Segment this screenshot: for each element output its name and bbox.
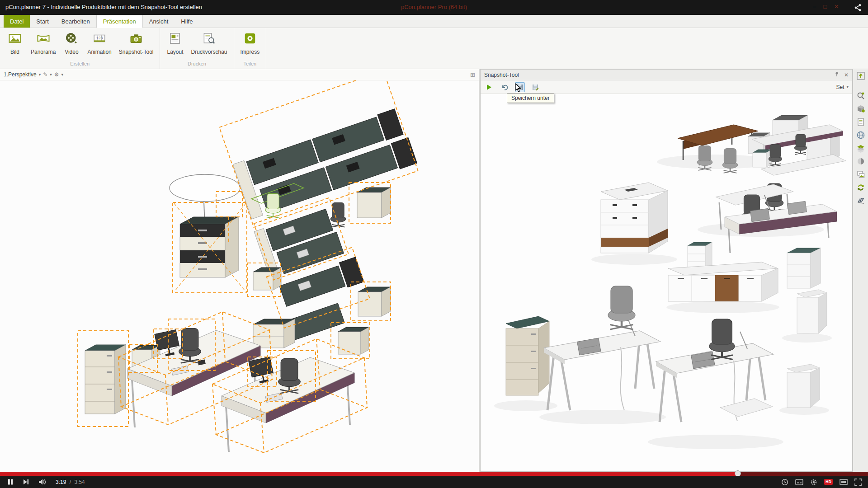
ribbon-group-label-drucken: Drucken (163, 61, 231, 69)
ribbon-button-bild[interactable]: Bild (3, 31, 27, 56)
sidebar-expand-icon[interactable] (856, 71, 865, 80)
pedestal-middle (253, 267, 281, 290)
panel-close-icon[interactable]: ✕ (844, 72, 849, 78)
time-separator: / (70, 479, 71, 485)
ribbon-button-snapshot-tool[interactable]: Snapshot-Tool (115, 31, 157, 56)
cabinet-white-bottom-right (787, 364, 820, 408)
ribbon-button-panorama[interactable]: Panorama (27, 31, 59, 56)
undo-button[interactable] (500, 82, 509, 92)
set-dropdown[interactable]: Set ▾ (836, 84, 849, 90)
sidebar-update-icon[interactable] (856, 183, 865, 192)
pedestal-right-1 (357, 188, 391, 218)
sidebar-article-icon[interactable] (856, 117, 865, 127)
pedestal-teal (688, 242, 712, 269)
ribbon-button-layout[interactable]: Layout (163, 31, 187, 56)
minimize-icon[interactable]: – (813, 3, 816, 10)
hd-badge: HD (824, 479, 833, 485)
pencil-icon[interactable]: ✎ (43, 72, 47, 77)
ribbon-button-video[interactable]: Video (59, 31, 84, 56)
right-tool-sidebar (853, 69, 868, 472)
window-title: pCon.planner Pro (64 bit) (0, 4, 868, 10)
pin-icon[interactable] (834, 71, 840, 78)
workspace: 1.Perspektive ▾ ✎ ▾ ⚙ ▾ ⊞ (0, 69, 868, 472)
sidebar-search-icon[interactable] (856, 91, 865, 100)
camera-icon (129, 32, 143, 47)
viewport-name[interactable]: 1.Perspektive (4, 71, 37, 78)
tab-bearbeiten[interactable]: Bearbeiten (55, 15, 96, 28)
ribbon-group-teilen: Impress Teilen (234, 28, 267, 69)
viewport-left[interactable]: 1.Perspektive ▾ ✎ ▾ ⚙ ▾ ⊞ (0, 69, 479, 472)
ribbon-group-erstellen: Bild Panorama Video 123 Animation Snapsh… (0, 28, 160, 69)
close-icon[interactable]: ✕ (834, 3, 839, 10)
watch-later-icon[interactable] (781, 479, 788, 486)
theater-mode-icon[interactable] (840, 479, 848, 485)
viewport-layout-icon[interactable]: ⊞ (470, 72, 475, 78)
snapshot-panel-header: Snapshot-Tool ✕ (481, 70, 852, 80)
ribbon-button-animation[interactable]: 123 Animation (84, 31, 115, 56)
pedestal-right-3 (338, 327, 369, 354)
snapshot-preview-scene[interactable] (481, 94, 852, 471)
mouse-cursor (515, 83, 523, 95)
print-preview-icon (202, 32, 216, 47)
tooltip: Speichern unter (507, 93, 554, 103)
panorama-icon (37, 32, 50, 47)
tab-praesentation[interactable]: Präsentation (96, 15, 143, 28)
video-player-bar: 3:19 / 3:54 HD (0, 476, 868, 488)
ribbon: Bild Panorama Video 123 Animation Snapsh… (0, 28, 868, 69)
svg-text:123: 123 (96, 36, 103, 40)
current-time: 3:19 (56, 479, 66, 485)
pedestal-right-2 (358, 287, 391, 316)
snapshot-panel-title: Snapshot-Tool (484, 72, 519, 78)
layout-icon (168, 32, 182, 47)
sidebar-media-icon[interactable] (856, 131, 865, 140)
video-progress-bar[interactable] (0, 472, 868, 476)
fullscreen-icon[interactable] (854, 479, 862, 486)
tab-hilfe[interactable]: Hilfe (175, 15, 199, 28)
gear-icon[interactable]: ⚙ (54, 72, 59, 77)
sidebar-gallery-icon[interactable] (856, 170, 865, 179)
ribbon-button-impress[interactable]: Impress (237, 31, 264, 56)
tab-ansicht[interactable]: Ansicht (143, 15, 175, 28)
app-screen: pCon.planner 7 - Individuelle Produktbil… (0, 0, 868, 488)
cabinet-middle (253, 319, 295, 348)
snapshot-toolbar: Set ▾ Speichern unter (481, 80, 852, 94)
duration: 3:54 (74, 479, 85, 485)
progress-played (0, 472, 738, 476)
ribbon-group-label-erstellen: Erstellen (3, 61, 157, 69)
tab-start[interactable]: Start (30, 15, 55, 28)
chevron-down-icon: ▾ (846, 85, 849, 89)
sideboard (668, 262, 778, 301)
sidebar-catalog-icon[interactable] (856, 104, 865, 113)
volume-icon[interactable] (38, 479, 47, 485)
pause-button[interactable] (7, 479, 14, 485)
video-icon (65, 32, 78, 47)
maximize-icon[interactable]: □ (823, 3, 827, 10)
sidebar-layers-icon[interactable] (856, 144, 865, 153)
animation-icon: 123 (93, 32, 106, 47)
ribbon-tab-bar: Datei Start Bearbeiten Präsentation Ansi… (0, 15, 868, 28)
cabinet-teal-top (787, 248, 821, 288)
ribbon-button-druckvorschau[interactable]: Druckvorschau (187, 31, 231, 56)
save-as-button[interactable] (530, 82, 540, 92)
time-display: 3:19 / 3:54 (56, 479, 85, 485)
left-viewport-scene[interactable] (0, 80, 478, 471)
share-icon[interactable] (854, 3, 863, 12)
sidebar-solar-icon[interactable] (856, 196, 865, 205)
viewport-header: 1.Perspektive ▾ ✎ ▾ ⚙ ▾ ⊞ (0, 69, 479, 80)
window-controls: – □ ✕ (813, 3, 839, 10)
image-icon (8, 32, 22, 47)
settings-gear-icon[interactable] (810, 479, 817, 486)
chevron-down-icon[interactable]: ▾ (61, 73, 64, 77)
play-snapshot-button[interactable] (484, 82, 494, 92)
ribbon-group-drucken: Layout Druckvorschau Drucken (160, 28, 234, 69)
chevron-down-icon[interactable]: ▾ (50, 73, 52, 77)
captions-icon[interactable] (795, 479, 803, 485)
sidebar-materials-icon[interactable] (856, 157, 865, 166)
tab-datei[interactable]: Datei (4, 15, 30, 28)
ribbon-group-label-teilen: Teilen (237, 61, 264, 69)
title-bar: pCon.planner 7 - Individuelle Produktbil… (0, 0, 868, 15)
impress-icon (243, 32, 257, 47)
snapshot-tool-panel: Snapshot-Tool ✕ Set ▾ Speichern unter (480, 69, 853, 472)
next-button[interactable] (23, 479, 29, 485)
chevron-down-icon[interactable]: ▾ (39, 73, 41, 77)
